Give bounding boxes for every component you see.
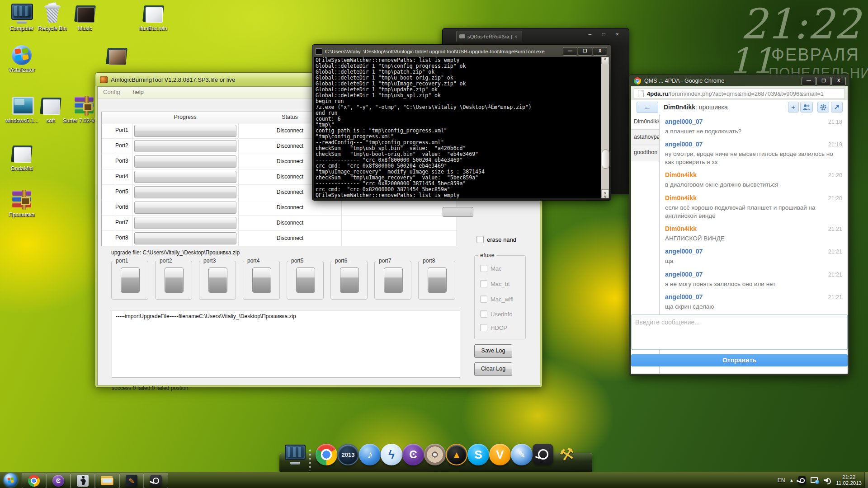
steam-icon xyxy=(533,444,553,465)
dock-computer[interactable] xyxy=(284,444,306,465)
chrome-title-bar[interactable]: QMS .:. 4PDA - Google Chrome xyxy=(634,77,800,85)
desktop-icon-picture-folder[interactable] xyxy=(103,45,130,67)
dock-daemon-tools[interactable]: ϟ xyxy=(381,444,402,465)
dock-bittorrent[interactable]: Ͼ xyxy=(402,444,424,465)
send-button[interactable]: Отправить xyxy=(631,354,848,366)
settings-button[interactable] xyxy=(817,102,829,113)
console-line: count: 6 xyxy=(316,116,600,122)
desktop-icon-proshivka[interactable]: Прошивка xyxy=(0,189,43,218)
dock-steam[interactable] xyxy=(533,444,554,465)
menu-help[interactable]: help xyxy=(127,87,149,97)
erase-nand-checkbox[interactable]: erase nand xyxy=(476,236,516,243)
chat-message: angel000_0721:19ну смотри, вроде ниче не… xyxy=(660,137,848,168)
address-bar[interactable]: 4pda.ru/forum/index.php?act=qms&mid=2687… xyxy=(634,88,845,99)
device-thumbnail xyxy=(384,267,403,293)
browser-tab[interactable]: ьQÐasŦeŔŔσ#ßrǿ:] × xyxy=(456,31,522,42)
back-button[interactable]: ← xyxy=(637,102,658,113)
burn-log-area[interactable]: -----importUpgradeFile-----filenameC:\Us… xyxy=(112,310,460,378)
menu-config[interactable]: Config xyxy=(98,87,126,97)
taskbar-feather-app[interactable]: ✎ xyxy=(119,473,144,488)
system-tray: EN ▲ 21:22 11.02.2013 xyxy=(778,472,862,488)
close-button[interactable]: X xyxy=(831,77,846,85)
scroll-down-icon[interactable]: ∨∨ xyxy=(601,189,609,198)
chrome-icon xyxy=(28,475,40,487)
dock-aimp[interactable]: ▲ xyxy=(446,444,467,465)
dock-v-app[interactable]: V xyxy=(489,444,511,465)
gadget-day: 11 xyxy=(729,43,774,79)
table-row: Port7Disconnect xyxy=(102,215,457,231)
console-scrollbar[interactable]: ∧ ∨∨ xyxy=(601,57,609,198)
restore-button[interactable]: ❐ xyxy=(816,77,831,85)
hidden-icons-chevron[interactable]: ▲ xyxy=(789,478,793,483)
efuse-hdcp-checkbox[interactable]: HDCP xyxy=(480,324,507,331)
itunes-icon: ♪ xyxy=(359,444,381,465)
desktop-icon-music[interactable]: Music xyxy=(63,3,107,32)
daemon-tools-icon: ϟ xyxy=(381,444,402,465)
taskbar-explorer[interactable] xyxy=(95,473,119,488)
open-full-button[interactable]: ↗ xyxy=(831,102,843,113)
desktop-icon-vistalizator[interactable]: Vistalizator xyxy=(0,44,43,74)
taskbar-bittorrent[interactable]: Ͼ xyxy=(46,473,71,488)
sidebar-contact-goodthon[interactable]: goodthon xyxy=(631,145,659,160)
device-thumbnail xyxy=(428,267,447,293)
desktop-icon-ondamid[interactable]: OndaMid xyxy=(0,143,43,172)
steam-tray-icon[interactable] xyxy=(798,476,806,484)
recycle-bin-icon xyxy=(41,3,64,24)
save-log-button[interactable]: Save Log xyxy=(474,344,512,358)
dock-internet-globe[interactable]: ✎ xyxy=(511,444,533,465)
chat-message: Dim0n4ikk21:21АНГЛИСКОЙ ВИНДЕ xyxy=(660,222,848,244)
cmd-icon xyxy=(315,48,322,55)
taskbar-steam[interactable] xyxy=(144,473,168,488)
partially-hidden-button[interactable] xyxy=(443,207,473,217)
globe-pencil-icon: ✎ xyxy=(511,444,533,465)
efuse-mac-checkbox[interactable]: Mac xyxy=(480,265,502,272)
chrome-window-controls: — ❐ X xyxy=(802,77,846,85)
chat-message: Dim0n4ikk21:20в диалоговом окне должно в… xyxy=(660,168,848,191)
scrollbar-thumb[interactable] xyxy=(602,150,609,169)
scroll-up-icon[interactable]: ∧ xyxy=(601,57,609,64)
chrome-window-title: QMS .:. 4PDA - Google Chrome xyxy=(644,78,724,84)
add-button[interactable]: + xyxy=(788,102,799,113)
dark-window-controls[interactable]: – □ × xyxy=(588,31,623,38)
show-desktop-button[interactable] xyxy=(864,472,868,488)
dock-chrome[interactable] xyxy=(316,444,337,465)
minimize-button[interactable]: — xyxy=(563,47,577,56)
message-input[interactable]: Введите сообщение... xyxy=(631,314,848,350)
soft-folder-icon xyxy=(39,95,62,117)
chat-message: angel000_0721:21я не могу понять залилос… xyxy=(660,267,848,290)
console-title-bar[interactable]: C:\Users\Vitaliy_\Desktop\soft\Amlogic t… xyxy=(315,47,561,56)
taskbar-chrome[interactable] xyxy=(22,473,46,488)
checkbox-box[interactable] xyxy=(476,236,484,243)
port5-box: port5 xyxy=(287,261,324,300)
efuse-mac-wifi-checkbox[interactable]: Mac_wifi xyxy=(480,296,514,303)
taskbar-counter-strike[interactable] xyxy=(71,473,95,488)
dock-2013-app[interactable]: 2013 xyxy=(337,444,359,465)
close-button[interactable]: X xyxy=(593,47,607,56)
minimize-button[interactable]: — xyxy=(802,77,816,85)
taskbar-clock[interactable]: 21:22 11.02.2013 xyxy=(836,474,862,486)
messages-list[interactable]: Dim0n4ikk21:18ну как angel000_0721:18а п… xyxy=(660,114,848,313)
dock-itunes[interactable]: ♪ xyxy=(359,444,381,465)
console-window: C:\Users\Vitaliy_\Desktop\soft\Amlogic t… xyxy=(312,44,611,201)
chrome-window: QMS .:. 4PDA - Google Chrome — ❐ X 4pda.… xyxy=(629,74,850,376)
progress-bar xyxy=(134,232,236,244)
url-path: /forum/index.php?act=qms&mid=2687039&t=9… xyxy=(668,90,824,97)
start-button[interactable] xyxy=(4,473,18,487)
restore-button[interactable]: ❐ xyxy=(578,47,592,56)
desktop-icon-ifunbox[interactable]: ifunBox.win xyxy=(132,3,175,32)
tab-close-icon[interactable]: × xyxy=(514,34,517,39)
disc-icon xyxy=(424,444,446,465)
sidebar-contact-astahovpav[interactable]: astahovpav xyxy=(631,130,659,145)
efuse-mac-bt-checkbox[interactable]: Mac_bt xyxy=(480,280,510,287)
efuse-userinfo-checkbox[interactable]: Userinfo xyxy=(480,310,512,318)
language-indicator[interactable]: EN xyxy=(778,477,785,483)
volume-tray-icon[interactable] xyxy=(824,477,831,483)
table-row: Port8Disconnect xyxy=(102,230,457,246)
dock-disc-burner[interactable] xyxy=(424,444,446,465)
dock-skype[interactable]: S xyxy=(467,444,489,465)
dock-tools-app[interactable]: ⚒ xyxy=(556,444,578,465)
clear-log-button[interactable]: Clear Log xyxy=(474,362,512,376)
network-tray-icon[interactable] xyxy=(811,477,819,484)
sidebar-contact-dim0n4ikk[interactable]: Dim0n4ikk xyxy=(631,114,659,130)
contacts-button[interactable] xyxy=(800,102,813,113)
